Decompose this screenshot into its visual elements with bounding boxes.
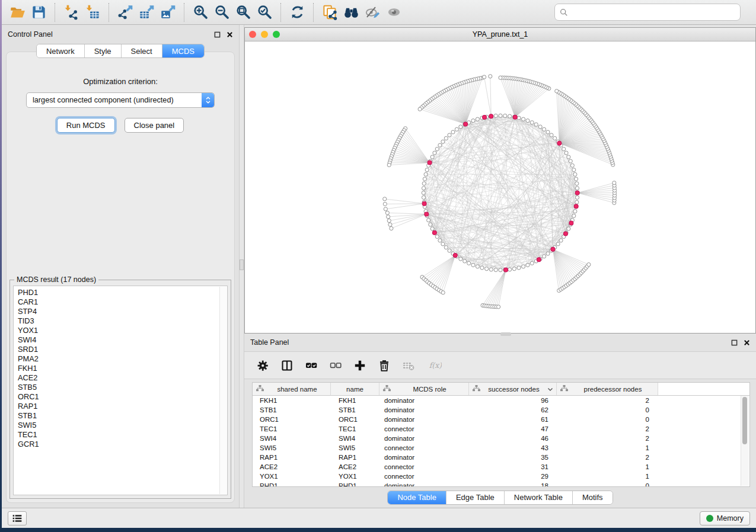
mcds-result-item[interactable]: CAR1 (18, 297, 227, 307)
mcds-result-item[interactable]: ACE2 (18, 373, 227, 383)
export-image-button[interactable] (157, 2, 178, 23)
tab-motifs[interactable]: Motifs (573, 491, 613, 504)
cell-name: SWI4 (330, 435, 378, 442)
mcds-result-item[interactable]: YOX1 (18, 326, 227, 335)
mcds-result-item[interactable]: STB5 (18, 383, 227, 392)
column-label: shared name (264, 386, 330, 393)
column-header-MCDS-role[interactable]: MCDS role (379, 383, 469, 395)
table-row[interactable]: STB1STB1dominator620 (253, 405, 749, 415)
tab-select[interactable]: Select (122, 44, 162, 57)
show-graphics-details-button[interactable] (383, 2, 404, 23)
tab-node-table[interactable]: Node Table (388, 491, 446, 504)
mcds-result-item[interactable]: ORC1 (18, 392, 227, 402)
show-panels-button[interactable] (8, 511, 27, 525)
show-columns-button[interactable] (278, 357, 296, 374)
tab-style[interactable]: Style (85, 44, 122, 57)
table-row[interactable]: SWI5SWI5connector431 (253, 443, 749, 453)
mcds-result-item[interactable]: TEC1 (18, 430, 227, 440)
horizontal-splitter-handle[interactable] (500, 332, 511, 336)
table-row[interactable]: TEC1TEC1connector472 (253, 424, 749, 434)
cell-successor-nodes: 61 (467, 416, 554, 423)
tab-network[interactable]: Network (37, 44, 85, 57)
table-row[interactable]: ACE2ACE2connector311 (253, 462, 749, 472)
table-options-gear-button[interactable] (254, 357, 272, 374)
column-header-successor-nodes[interactable]: successor nodes (469, 383, 557, 395)
main-area: Control Panel NetworkStyleSelectMCDS Opt… (2, 25, 756, 508)
network-window-titlebar[interactable]: YPA_prune.txt_1 (245, 28, 755, 41)
export-table-button[interactable] (136, 2, 157, 23)
criterion-dropdown[interactable]: largest connected component (undirected) (26, 92, 215, 108)
open-file-button[interactable] (7, 2, 28, 23)
table-panel-window-controls (731, 339, 750, 346)
mcds-result-item[interactable]: SWI4 (18, 335, 227, 345)
horizontal-splitter[interactable] (244, 334, 756, 335)
mcds-result-item[interactable]: PMA2 (18, 354, 227, 364)
sort-indicator-icon[interactable] (547, 386, 553, 393)
mcds-result-item[interactable]: STB1 (18, 411, 227, 421)
network-canvas[interactable] (245, 41, 755, 333)
clone-network-button[interactable] (319, 2, 340, 23)
run-mcds-button[interactable]: Run MCDS (57, 118, 115, 133)
zoom-fit-button[interactable] (232, 2, 254, 23)
table-row[interactable]: RAP1RAP1dominator352 (253, 453, 749, 462)
mcds-list-scrollbar[interactable] (219, 287, 227, 494)
float-panel-icon[interactable] (731, 339, 738, 346)
mcds-result-list[interactable]: PHD1CAR1STP4TID3YOX1SWI4SRD1PMA2FKH1ACE2… (13, 286, 228, 495)
close-panel-icon[interactable] (744, 339, 750, 346)
zoom-in-button[interactable] (190, 2, 211, 23)
search-input[interactable] (572, 7, 735, 17)
mcds-result-item[interactable]: GCR1 (18, 440, 227, 449)
refresh-view-icon (289, 4, 305, 20)
mcds-result-item[interactable]: TID3 (18, 316, 227, 326)
import-network-icon (63, 4, 79, 20)
save-session-button[interactable] (28, 2, 49, 23)
column-header-name[interactable]: name (331, 383, 379, 395)
zoom-selected-button[interactable] (254, 2, 275, 23)
binoculars-button[interactable] (340, 2, 362, 23)
hide-graphics-details-button[interactable] (362, 2, 383, 23)
table-row[interactable]: ORC1ORC1dominator610 (253, 415, 749, 424)
mcds-result-item[interactable]: STP4 (18, 307, 227, 316)
close-panel-button[interactable]: Close panel (125, 118, 184, 133)
close-panel-icon[interactable] (227, 31, 233, 38)
import-table-button[interactable] (82, 2, 103, 23)
cell-successor-nodes: 18 (467, 482, 554, 487)
mcds-result-item[interactable]: SRD1 (18, 345, 227, 354)
refresh-view-button[interactable] (286, 2, 308, 23)
column-header-predecessor-nodes[interactable]: predecessor nodes (557, 383, 658, 395)
table-scrollbar-thumb[interactable] (742, 397, 747, 444)
tab-mcds[interactable]: MCDS (162, 44, 204, 57)
column-header-shared-name[interactable]: shared name (253, 383, 331, 395)
show-columns-icon (280, 359, 294, 372)
table-row[interactable]: PHD1PHD1dominator180 (253, 481, 749, 487)
mcds-result-item[interactable]: FKH1 (18, 364, 227, 373)
memory-button[interactable]: Memory (700, 511, 750, 525)
tab-edge-table[interactable]: Edge Table (446, 491, 505, 504)
table-scrollbar[interactable] (741, 396, 749, 486)
delete-columns-button[interactable] (375, 357, 393, 374)
dropdown-spinner-icon (202, 93, 214, 107)
zoom-out-button[interactable] (211, 2, 232, 23)
show-graphics-details-icon (386, 4, 402, 20)
import-network-button[interactable] (60, 2, 82, 23)
cell-shared-name: ORC1 (253, 416, 330, 423)
mcds-result-item[interactable]: PHD1 (18, 288, 227, 297)
table-row[interactable]: YOX1YOX1connector291 (253, 472, 749, 481)
delete-table-button (400, 357, 417, 374)
create-column-button[interactable] (351, 357, 369, 374)
mcds-result-item[interactable]: SWI5 (18, 421, 227, 430)
criterion-dropdown-value: largest connected component (undirected) (27, 96, 202, 104)
cell-MCDS-role: connector (378, 463, 467, 470)
float-panel-icon[interactable] (214, 31, 221, 38)
mcds-result-item[interactable]: RAP1 (18, 402, 227, 411)
vertical-splitter-handle[interactable] (240, 259, 244, 270)
cell-name: ACE2 (330, 463, 378, 470)
tab-network-table[interactable]: Network Table (505, 491, 573, 504)
deselect-all-columns-button[interactable] (327, 357, 344, 374)
search-box[interactable] (554, 4, 741, 21)
table-row[interactable]: FKH1FKH1dominator962 (253, 396, 749, 405)
table-row[interactable]: SWI4SWI4dominator462 (253, 434, 749, 443)
vertical-splitter[interactable] (239, 25, 244, 508)
export-network-button[interactable] (114, 2, 136, 23)
select-all-columns-button[interactable] (302, 357, 320, 374)
